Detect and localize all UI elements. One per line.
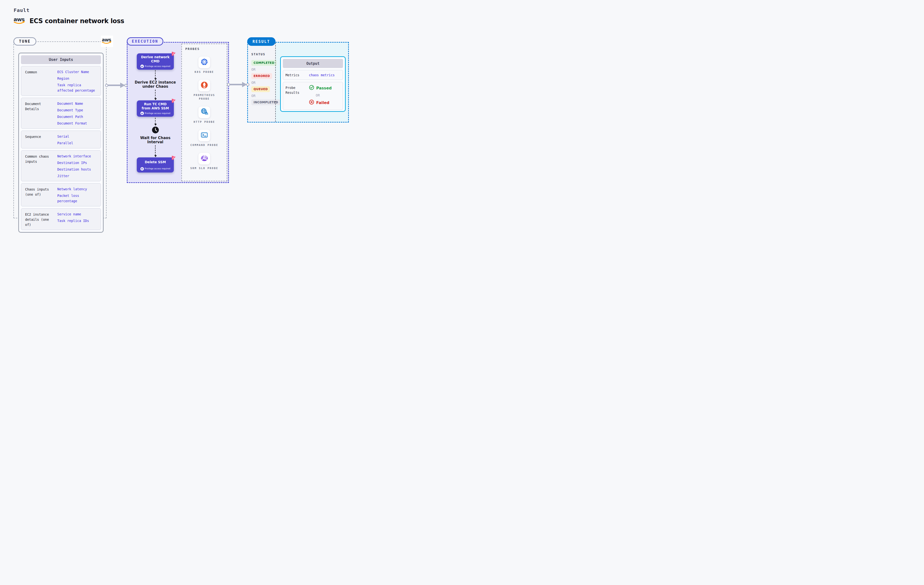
fault-kind-label: Fault <box>14 7 30 13</box>
table-row: Chaos inputs (one of) Network latency Pa… <box>21 183 101 206</box>
page-title: ECS container network loss <box>30 17 124 25</box>
probe-item: PROMETHEUS PROBE <box>190 80 218 101</box>
input-value: Serial <box>57 134 99 139</box>
step-label: Run TC CMD from AWS SSM <box>139 102 172 110</box>
status-badge-errored: ERRORED <box>251 73 272 79</box>
table-row: Common ECS Cluster Name Region Task repl… <box>21 66 101 96</box>
row-values: Network latency Packet loss percentage <box>57 186 99 204</box>
privilege-note-text: Privilege access required <box>145 65 170 68</box>
step-label: Derive network CMD <box>139 55 172 63</box>
input-value: Parallel <box>57 140 99 146</box>
failed-state: Failed <box>309 99 340 106</box>
probe-card <box>198 56 210 68</box>
row-label: Sequence <box>23 133 57 146</box>
input-value: Document Name <box>57 101 99 106</box>
row-label: EC2 instance details (one of) <box>23 211 57 227</box>
metrics-value: chaos metrics <box>309 73 335 77</box>
row-label: Common chaos inputs <box>23 153 57 179</box>
row-label: Chaos inputs (one of) <box>23 186 57 204</box>
probe-card <box>198 130 210 141</box>
probe-item: SRM SLO PROBE <box>190 153 218 170</box>
kubernetes-icon <box>200 58 208 67</box>
connector-dot <box>246 83 249 86</box>
row-label: Document Details <box>23 101 57 126</box>
row-values: Network interface Destination IPs Destin… <box>57 153 99 179</box>
status-heading: STATUS <box>251 53 275 56</box>
input-value: Task replica affected percentage <box>57 82 99 93</box>
slo-donut-check-icon <box>200 154 209 163</box>
status-badge-incompleted: INCOMPLETED <box>251 99 280 105</box>
chaos-icon <box>171 155 176 161</box>
probe-item: HTTP PROBE <box>190 107 218 124</box>
lock-icon <box>140 64 144 68</box>
step-delete-ssm: Delete SSM Privilege access required <box>137 157 174 173</box>
clock-icon <box>152 126 160 135</box>
step-derive-ec2-instance: Derive EC2 instance under Chaos <box>132 81 178 89</box>
status-output-divider <box>275 43 276 122</box>
http-globe-warning-icon <box>200 108 208 117</box>
lock-icon <box>140 112 144 115</box>
terminal-icon <box>200 131 208 140</box>
input-value: Document Format <box>57 120 99 126</box>
input-value: Packet loss percentage <box>57 193 99 204</box>
row-values: Service name Task replica IDs <box>57 211 99 227</box>
or-separator: OR <box>316 93 340 97</box>
probe-label: PROMETHEUS PROBE <box>190 93 218 101</box>
status-column: STATUS COMPLETED OR ERRORED OR QUEUED OR… <box>248 43 275 122</box>
probe-label: COMMAND PROBE <box>190 143 218 147</box>
probe-card <box>198 153 210 165</box>
result-stage-badge: RESULT <box>247 37 276 46</box>
aws-target-tile: aws <box>101 36 113 47</box>
input-value: Document Type <box>57 107 99 113</box>
chaos-icon <box>171 98 176 104</box>
input-value: Jitter <box>57 173 99 179</box>
output-card: Output Metrics chaos metrics Probe Resul… <box>280 56 346 112</box>
step-derive-network-cmd: Derive network CMD Privilege access requ… <box>137 53 174 70</box>
connector-dot <box>124 84 127 87</box>
user-inputs-table: User Inputs Common ECS Cluster Name Regi… <box>18 53 104 233</box>
flow-connector <box>155 118 155 124</box>
input-value: Destination hosts <box>57 166 99 172</box>
prometheus-icon <box>200 81 208 90</box>
probe-label: HTTP PROBE <box>190 120 218 124</box>
privilege-note: Privilege access required <box>140 64 170 68</box>
execution-flow: Derive network CMD Privilege access requ… <box>131 43 180 173</box>
input-value: Network latency <box>57 186 99 192</box>
tune-stage-badge: TUNE <box>13 37 36 46</box>
svg-text:aws: aws <box>14 16 25 22</box>
probe-label: K8S PROBE <box>190 70 218 74</box>
probe-results-label: Probe Results <box>285 84 309 107</box>
input-value: ECS Cluster Name <box>57 69 99 74</box>
x-circle-icon <box>309 99 314 106</box>
row-label: Common <box>23 69 57 93</box>
passed-state: Passed <box>309 85 340 91</box>
privilege-note-text: Privilege access required <box>145 112 170 115</box>
probe-card <box>198 107 210 118</box>
status-badge-queued: QUEUED <box>251 86 270 92</box>
step-label: Delete SSM <box>145 160 166 164</box>
execution-section: PROBES <box>127 42 229 183</box>
input-value: Task replica IDs <box>57 218 99 223</box>
metrics-row: Metrics chaos metrics <box>283 70 343 80</box>
fault-diagram-canvas: Fault aws ECS container network loss TUN… <box>0 0 382 242</box>
or-separator: OR <box>251 68 275 71</box>
title-row: aws ECS container network loss <box>13 16 124 26</box>
aws-logo-icon: aws <box>13 16 26 26</box>
execution-stage-badge: EXECUTION <box>127 37 163 46</box>
table-row: Sequence Serial Parallel <box>21 130 101 148</box>
privilege-note: Privilege access required <box>140 167 170 171</box>
flow-connector <box>155 145 155 155</box>
arrow-shaft <box>108 84 121 86</box>
table-row: Document Details Document Name Document … <box>21 98 101 129</box>
table-row: Common chaos inputs Network interface De… <box>21 150 101 181</box>
input-value: Destination IPs <box>57 160 99 165</box>
input-value: Region <box>57 76 99 81</box>
probe-label: SRM SLO PROBE <box>190 166 218 170</box>
table-row: EC2 instance details (one of) Service na… <box>21 208 101 230</box>
passed-label: Passed <box>316 86 332 91</box>
probes-panel-label: PROBES <box>185 47 200 51</box>
input-value: Document Path <box>57 114 99 119</box>
execution-to-result-arrow <box>227 82 249 87</box>
row-values: Document Name Document Type Document Pat… <box>57 101 99 126</box>
result-section: STATUS COMPLETED OR ERRORED OR QUEUED OR… <box>247 42 349 122</box>
